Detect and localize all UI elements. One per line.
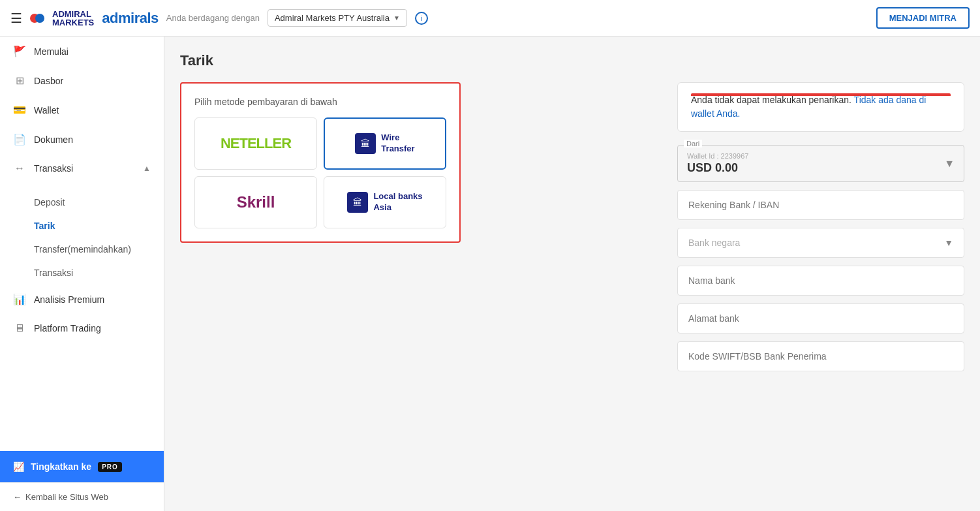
payment-option-neteller[interactable]: NETELLER [194,117,317,170]
alamat-bank-field[interactable] [677,303,964,333]
transaksi-header[interactable]: ↔ Transaksi ▲ [0,154,164,183]
sidebar-label-platform: Platform Trading [34,323,101,333]
bank-negara-select[interactable]: Bank negara ▼ [677,228,964,258]
payment-option-wire[interactable]: 🏛 WireTransfer [324,117,446,170]
sidebar-item-platform[interactable]: 🖥 Platform Trading [0,314,164,343]
sidebar-item-memulai[interactable]: 🚩 Memulai [0,37,164,66]
sidebar-item-dokumen[interactable]: 📄 Dokumen [0,125,164,154]
info-icon[interactable]: i [415,12,428,25]
bank-negara-placeholder: Bank negara [688,238,740,248]
logo: ADMIRALMARKETS [30,10,94,27]
payment-option-local[interactable]: 🏛 Local banksAsia [324,176,446,228]
wallet-id: Wallet Id : 2239967 [687,152,748,160]
payment-panel: Pilih metode pembayaran di bawah NETELLE… [180,82,461,243]
payment-option-skrill[interactable]: Skrill [194,176,317,228]
sidebar-label-transaksi: Transaksi [34,163,73,174]
sidebar-label-dokumen: Dokumen [34,134,73,145]
alert-text-1: Anda tidak dapat melakukan penarikan. [691,95,851,105]
dokumen-icon: 📄 [13,133,26,146]
sidebar-label-analisis: Analisis Premium [34,294,104,305]
transaksi-chevron-icon: ▲ [143,164,151,173]
local-wrap: 🏛 Local banksAsia [347,191,422,213]
back-label: Kembali ke Situs Web [25,492,108,502]
analisis-icon: 📊 [13,293,26,305]
sidebar-subitem-transaksi[interactable]: Transaksi [34,261,164,285]
iban-field[interactable] [677,190,964,220]
swift-field[interactable] [677,341,964,371]
panel-subtitle: Pilih metode pembayaran di bawah [194,97,446,107]
from-box-content: Wallet Id : 2239967 USD 0.00 [687,152,748,175]
left-column: Pilih metode pembayaran di bawah NETELLE… [180,82,677,379]
trading-with-label: Anda berdagang dengan [166,13,260,23]
menjadi-mitra-button[interactable]: MENJADI MITRA [876,7,970,29]
transaksi-icon: ↔ [13,163,26,174]
logo-brand-text: ADMIRALMARKETS [52,10,94,27]
upgrade-label: Tingkatkan ke [31,461,91,472]
account-selector[interactable]: Admiral Markets PTY Australia ▼ [268,9,407,27]
account-chevron-icon: ▼ [393,14,400,22]
from-dropdown[interactable]: Wallet Id : 2239967 USD 0.00 ▼ [677,145,964,182]
sidebar-label-dasbor: Dasbor [34,76,63,86]
content-columns: Pilih metode pembayaran di bawah NETELLE… [180,82,964,379]
alert-box: Anda tidak dapat melakukan penarikan. Ti… [677,82,964,132]
account-name: Admiral Markets PTY Australia [275,13,390,23]
hamburger-menu[interactable]: ☰ [10,10,22,26]
transaksi-submenu: Deposit Tarik Transfer(memindahkan) Tran… [0,191,164,285]
pro-badge: PRO [98,462,122,472]
sidebar-bottom: 📈 Tingkatkan ke PRO ← Kembali ke Situs W… [0,451,164,511]
upgrade-button[interactable]: 📈 Tingkatkan ke PRO [0,451,164,482]
sidebar-item-transaksi: ↔ Transaksi ▲ Deposit Tarik Transfer(mem… [0,154,164,285]
main-layout: 🚩 Memulai ⊞ Dasbor 💳 Wallet 📄 Dokumen ↔ … [0,37,980,511]
bank-negara-chevron-icon: ▼ [944,238,953,248]
back-to-website[interactable]: ← Kembali ke Situs Web [0,482,164,511]
wallet-icon: 💳 [13,104,26,116]
sidebar-subitem-transfer[interactable]: Transfer(memindahkan) [34,238,164,261]
admirals-title: admirals [102,10,159,27]
sidebar-item-dasbor[interactable]: ⊞ Dasbor [0,66,164,95]
wire-text: WireTransfer [381,132,414,155]
flag-icon: 🚩 [13,45,26,57]
from-label: Dari [684,140,702,147]
upgrade-icon: 📈 [13,461,24,472]
nama-bank-field[interactable] [677,266,964,296]
topnav: ☰ ADMIRALMARKETS admirals Anda berdagang… [0,0,980,37]
logo-blue-circle [35,14,44,23]
platform-icon: 🖥 [13,322,26,334]
skrill-logo: Skrill [237,193,275,211]
sidebar-subitem-tarik[interactable]: Tarik [34,214,164,238]
from-section: Dari Wallet Id : 2239967 USD 0.00 ▼ [677,145,964,182]
sidebar-label-wallet: Wallet [34,105,59,116]
page-title: Tarik [180,52,964,69]
logo-text-wrap: ADMIRALMARKETS [52,10,94,27]
grid-icon: ⊞ [13,74,26,87]
back-arrow-icon: ← [13,492,22,502]
payment-grid: NETELLER 🏛 WireTransfer Skrill [194,117,446,228]
local-text: Local banksAsia [373,191,422,213]
from-chevron-icon: ▼ [944,158,955,170]
wire-wrap: 🏛 WireTransfer [355,132,414,155]
sidebar-subitem-deposit[interactable]: Deposit [34,191,164,214]
right-column: Anda tidak dapat melakukan penarikan. Ti… [677,82,964,379]
sidebar-label-memulai: Memulai [34,46,69,57]
content-area: Tarik Pilih metode pembayaran di bawah N… [164,37,980,511]
local-icon: 🏛 [347,192,368,213]
sidebar: 🚩 Memulai ⊞ Dasbor 💳 Wallet 📄 Dokumen ↔ … [0,37,164,511]
wire-icon: 🏛 [355,133,376,154]
neteller-logo: NETELLER [221,135,291,152]
sidebar-item-wallet[interactable]: 💳 Wallet [0,95,164,125]
sidebar-item-analisis[interactable]: 📊 Analisis Premium [0,285,164,314]
from-amount: USD 0.00 [687,161,748,175]
